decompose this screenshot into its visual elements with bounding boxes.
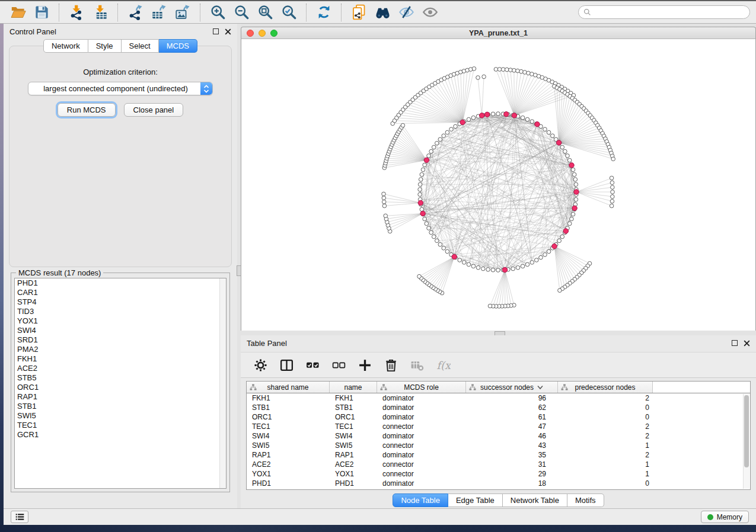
table-scrollbar-thumb[interactable]: [744, 395, 749, 467]
tab-node-table[interactable]: Node Table: [393, 493, 448, 507]
table-panel-titlebar: Table Panel: [241, 335, 756, 351]
tab-style[interactable]: Style: [88, 39, 122, 53]
table-cell: dominator: [377, 431, 466, 441]
column-label: predecessor nodes: [575, 383, 635, 392]
table-cell: 1: [558, 460, 653, 469]
export-network-button[interactable]: [123, 2, 147, 23]
select-stepper-icon: [200, 82, 212, 95]
network-nodes[interactable]: [382, 67, 615, 309]
mcds-result-item[interactable]: RAP1: [15, 392, 226, 402]
mcds-result-item[interactable]: PMA2: [15, 345, 226, 354]
table-panel-title: Table Panel: [247, 339, 287, 348]
mcds-result-item[interactable]: SWI4: [15, 326, 226, 335]
table-scrollbar[interactable]: [743, 394, 749, 489]
table-row[interactable]: PHD1PHD1dominator180: [247, 479, 750, 488]
mcds-result-item[interactable]: SRD1: [15, 335, 226, 345]
memory-button[interactable]: Memory: [701, 511, 749, 523]
deselect-all-rows-button[interactable]: [330, 356, 347, 374]
save-session-button[interactable]: [30, 2, 53, 23]
task-history-button[interactable]: [11, 511, 28, 523]
mcds-result-item[interactable]: YOX1: [15, 316, 226, 326]
float-table-panel-icon[interactable]: [732, 340, 738, 346]
table-row[interactable]: FKH1FKH1dominator962: [247, 393, 750, 403]
import-network-button[interactable]: [65, 2, 88, 23]
tab-mcds[interactable]: MCDS: [159, 39, 197, 53]
table-cell: SWI4: [330, 431, 377, 441]
add-column-button[interactable]: [356, 356, 374, 374]
column-type-icon: [469, 384, 476, 391]
zoom-selected-button[interactable]: [277, 2, 301, 23]
close-table-panel-icon[interactable]: [744, 340, 750, 347]
table-row[interactable]: SWI5SWI5connector431: [247, 441, 750, 450]
export-table-button[interactable]: [147, 2, 171, 23]
task-list-icon: [15, 513, 24, 521]
run-mcds-button[interactable]: Run MCDS: [58, 103, 116, 117]
table-row[interactable]: STB1STB1dominator620: [247, 403, 750, 412]
table-cell: 2: [558, 393, 653, 403]
mcds-result-list[interactable]: PHD1CAR1STP4TID3YOX1SWI4SRD1PMA2FKH1ACE2…: [14, 278, 227, 489]
tab-network-table[interactable]: Network Table: [503, 493, 567, 507]
mcds-result-item[interactable]: SWI5: [15, 411, 226, 421]
mcds-result-item[interactable]: TEC1: [15, 421, 226, 430]
open-session-button[interactable]: [6, 2, 30, 23]
column-header-MCDS-role[interactable]: MCDS role: [377, 382, 466, 393]
mcds-list-scrollbar[interactable]: [219, 278, 226, 488]
desktop-background-bottom: [0, 525, 756, 532]
zoom-fit-content-button[interactable]: [253, 2, 277, 23]
table-cell: STB1: [330, 403, 377, 412]
close-panel-icon[interactable]: [225, 28, 231, 35]
select-first-neighbors-button[interactable]: [371, 2, 394, 23]
mcds-result-item[interactable]: STB1: [15, 402, 226, 411]
search-box[interactable]: [578, 5, 750, 19]
table-cell: SWI5: [247, 441, 330, 450]
horizontal-splitter[interactable]: [241, 331, 756, 335]
table-row[interactable]: ACE2ACE2connector311: [247, 460, 750, 469]
table-cell: RAP1: [247, 450, 330, 460]
mcds-result-item[interactable]: CAR1: [15, 288, 226, 297]
column-label: MCDS role: [404, 383, 439, 392]
tab-edge-table[interactable]: Edge Table: [448, 493, 503, 507]
refresh-view-button[interactable]: [312, 2, 336, 23]
mcds-result-item[interactable]: STP4: [15, 297, 226, 307]
mcds-result-item[interactable]: STB5: [15, 373, 226, 383]
optimization-criterion-select[interactable]: largest connected component (undirected): [28, 82, 213, 95]
mcds-result-item[interactable]: GCR1: [15, 430, 226, 440]
table-body: FKH1FKH1dominator962STB1STB1dominator620…: [247, 393, 750, 488]
network-canvas[interactable]: [241, 39, 756, 331]
table-row[interactable]: YOX1YOX1connector291: [247, 469, 750, 479]
hide-selected-button[interactable]: [394, 2, 418, 23]
clone-network-button[interactable]: [347, 2, 371, 23]
show-columns-button[interactable]: [277, 356, 295, 374]
column-header-shared-name[interactable]: shared name: [247, 382, 330, 393]
tab-motifs[interactable]: Motifs: [567, 493, 604, 507]
column-header-successor-nodes[interactable]: successor nodes: [466, 382, 558, 393]
table-row[interactable]: TEC1TEC1connector472: [247, 422, 750, 431]
mcds-result-item[interactable]: PHD1: [15, 278, 226, 288]
table-row[interactable]: RAP1RAP1dominator352: [247, 450, 750, 460]
table-row[interactable]: SWI4SWI4dominator462: [247, 431, 750, 441]
memory-status-icon: [707, 514, 713, 520]
tab-network[interactable]: Network: [43, 39, 88, 53]
mcds-result-item[interactable]: ORC1: [15, 383, 226, 392]
float-panel-icon[interactable]: [213, 28, 219, 34]
mcds-result-item[interactable]: TID3: [15, 307, 226, 316]
zoom-out-button[interactable]: [229, 2, 253, 23]
close-panel-button[interactable]: Close panel: [124, 103, 184, 117]
export-image-button[interactable]: [171, 2, 194, 23]
show-all-button[interactable]: [418, 2, 442, 23]
column-header-predecessor-nodes[interactable]: predecessor nodes: [558, 382, 653, 393]
delete-columns-button[interactable]: [382, 356, 400, 374]
zoom-in-button[interactable]: [206, 2, 229, 23]
mcds-result-item[interactable]: FKH1: [15, 354, 226, 364]
import-table-button[interactable]: [88, 2, 112, 23]
function-builder-button: f(x): [434, 356, 452, 374]
select-all-rows-button[interactable]: [304, 356, 321, 374]
mcds-result-item[interactable]: ACE2: [15, 364, 226, 373]
table-options-gear-button[interactable]: [251, 356, 269, 374]
table-cell: FKH1: [247, 393, 330, 403]
table-row[interactable]: ORC1ORC1dominator610: [247, 412, 750, 422]
export-table-icon: [151, 4, 167, 20]
column-header-name[interactable]: name: [330, 382, 377, 393]
search-input[interactable]: [594, 7, 745, 18]
tab-select[interactable]: Select: [122, 39, 159, 53]
